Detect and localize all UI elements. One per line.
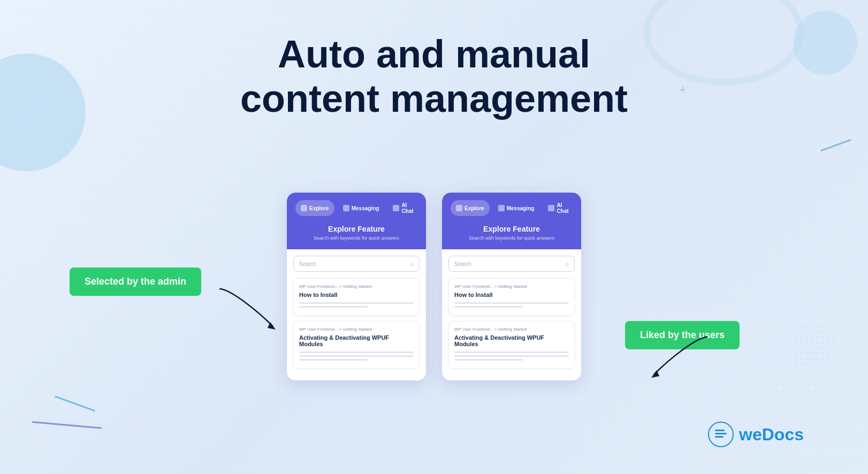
card-right-search-placeholder: Search (454, 261, 565, 267)
card-left: Explore Messaging AI Chat Explore Featur… (287, 193, 426, 380)
search-icon-left: ⌕ (410, 260, 414, 267)
line (454, 359, 523, 361)
arrow-to-left-card (214, 278, 278, 332)
bg-line-2 (32, 421, 102, 429)
line (299, 355, 414, 357)
explore-icon-left (301, 205, 307, 211)
line (454, 302, 569, 304)
tab-explore-left[interactable]: Explore (295, 200, 334, 216)
card-left-search[interactable]: Search ⌕ (293, 256, 420, 272)
card-right-breadcrumb-2: WP User Frontend... > Getting Started (454, 327, 569, 332)
card-right-tabs: Explore Messaging AI Chat (451, 200, 573, 216)
wedocs-text: weDocs (739, 425, 804, 445)
tab-messaging-left[interactable]: Messaging (338, 200, 385, 216)
line (299, 306, 368, 308)
svg-rect-2 (715, 430, 725, 431)
card-right-header: Explore Messaging AI Chat Explore Featur… (442, 193, 581, 249)
aichat-icon-right (548, 205, 554, 211)
bg-arrow-decoration (820, 139, 851, 151)
card-left-body: Search ⌕ WP User Frontend... > Getting S… (287, 249, 426, 380)
card-right-search[interactable]: Search ⌕ (448, 256, 575, 272)
card-left-item-1[interactable]: WP User Frontend... > Getting Started Ho… (293, 278, 420, 316)
card-left-breadcrumb-2: WP User Frontend... > Getting Started (299, 327, 414, 332)
card-right-subtitle: Search with keywords for quick answers (451, 235, 573, 241)
card-right-item-title-2: Activating & Deactivating WPUF Modules (454, 334, 569, 347)
card-left-header: Explore Messaging AI Chat Explore Featur… (287, 193, 426, 249)
card-right-item-2[interactable]: WP User Frontend... > Getting Started Ac… (448, 321, 575, 369)
card-right-body: Search ⌕ WP User Frontend... > Getting S… (442, 249, 581, 380)
card-left-subtitle: Search with keywords for quick answers (295, 235, 417, 241)
card-right-title: Explore Feature (451, 225, 573, 233)
wedocs-icon (708, 422, 734, 447)
card-left-item-lines-2 (299, 351, 414, 361)
aichat-icon-left (393, 205, 399, 211)
cards-section: Explore Messaging AI Chat Explore Featur… (287, 193, 581, 380)
card-left-breadcrumb-1: WP User Frontend... > Getting Started (299, 284, 414, 289)
card-left-item-title-1: How to Install (299, 292, 414, 298)
tab-explore-right[interactable]: Explore (451, 200, 490, 216)
svg-rect-3 (715, 433, 727, 434)
card-left-item-title-2: Activating & Deactivating WPUF Modules (299, 334, 414, 347)
card-right-item-title-1: How to Install (454, 292, 569, 298)
card-right-item-lines-1 (454, 302, 569, 308)
card-left-title: Explore Feature (295, 225, 417, 233)
line (299, 351, 414, 353)
card-right: Explore Messaging AI Chat Explore Featur… (442, 193, 581, 380)
messaging-icon-right (498, 205, 505, 211)
card-left-item-lines-1 (299, 302, 414, 308)
card-right-item-lines-2 (454, 351, 569, 361)
bg-dots-2 (761, 356, 825, 421)
line (454, 355, 569, 357)
line (299, 359, 368, 361)
tab-aichat-left[interactable]: AI Chat (387, 200, 418, 216)
card-right-breadcrumb-1: WP User Frontend... > Getting Started (454, 284, 569, 289)
label-selected-by-admin: Selected by the admin (70, 267, 201, 296)
line (454, 351, 569, 353)
page-content: Auto and manual content management (0, 0, 868, 121)
bg-line-1 (55, 395, 95, 411)
card-left-tabs: Explore Messaging AI Chat (295, 200, 417, 216)
line (454, 306, 523, 308)
card-left-item-2[interactable]: WP User Frontend... > Getting Started Ac… (293, 321, 420, 369)
arrow-to-right-card (643, 326, 713, 380)
tab-messaging-right[interactable]: Messaging (493, 200, 540, 216)
line (299, 302, 414, 304)
messaging-icon-left (343, 205, 349, 211)
tab-aichat-right[interactable]: AI Chat (543, 200, 574, 216)
wedocs-logo: weDocs (708, 422, 804, 447)
explore-icon-right (456, 205, 462, 211)
card-right-item-1[interactable]: WP User Frontend... > Getting Started Ho… (448, 278, 575, 316)
search-icon-right: ⌕ (565, 260, 569, 267)
svg-rect-4 (715, 436, 724, 438)
main-title: Auto and manual content management (240, 32, 628, 121)
card-left-search-placeholder: Search (299, 261, 410, 267)
